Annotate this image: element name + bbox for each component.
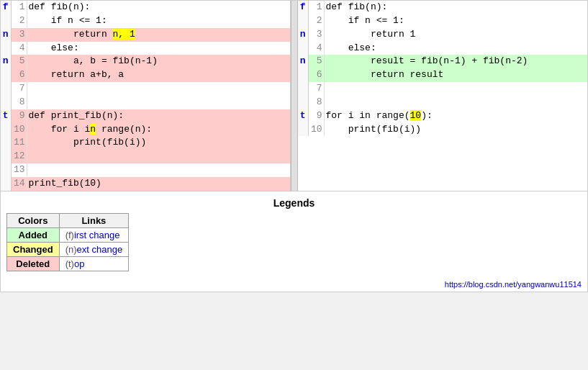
right-line-marker-6 bbox=[298, 82, 308, 96]
right-line-num-1: 2 bbox=[308, 14, 324, 28]
colors-header: Colors bbox=[7, 213, 60, 227]
left-line-num-11: 12 bbox=[11, 150, 27, 163]
right-line-marker-3 bbox=[298, 42, 308, 55]
links-header: Links bbox=[59, 213, 129, 227]
right-line-num-0: 1 bbox=[308, 1, 324, 14]
link-text-1[interactable]: ext change bbox=[77, 244, 123, 255]
legend-link-cell-1[interactable]: (n)ext change bbox=[59, 242, 129, 256]
left-line-code-7 bbox=[27, 96, 290, 109]
left-line-code-13: print_fib(10) bbox=[27, 177, 290, 191]
right-line-code-4: result = fib(n-1) + fib(n-2) bbox=[324, 55, 587, 68]
link-text-0[interactable]: irst change bbox=[74, 230, 120, 240]
left-line-code-10: print(fib(i)) bbox=[27, 136, 290, 150]
main-container: f1def fib(n):2 if n <= 1:n3 return n, 14… bbox=[0, 0, 588, 292]
link-marker-1: (n) bbox=[65, 244, 77, 255]
left-line-num-3: 4 bbox=[11, 42, 27, 55]
left-line-num-6: 7 bbox=[11, 82, 27, 96]
left-line-code-0: def fib(n): bbox=[27, 1, 290, 14]
left-line-marker-10 bbox=[1, 136, 11, 150]
link-text-2[interactable]: op bbox=[74, 258, 84, 269]
right-line-num-2: 3 bbox=[308, 28, 324, 42]
left-line-marker-4: n bbox=[1, 55, 11, 68]
left-line-code-5: return a+b, a bbox=[27, 68, 290, 82]
left-line-marker-0: f bbox=[1, 1, 11, 14]
left-line-marker-5 bbox=[1, 68, 11, 82]
left-line-marker-8: t bbox=[1, 109, 11, 123]
right-line-code-0: def fib(n): bbox=[324, 1, 587, 14]
left-panel: f1def fib(n):2 if n <= 1:n3 return n, 14… bbox=[1, 1, 291, 191]
left-line-marker-9 bbox=[1, 123, 11, 137]
left-line-code-11 bbox=[27, 150, 290, 163]
legend-link-cell-2[interactable]: (t)op bbox=[59, 256, 129, 271]
right-line-num-6: 7 bbox=[308, 82, 324, 96]
right-line-code-9: print(fib(i)) bbox=[324, 123, 587, 137]
left-line-code-3: else: bbox=[27, 42, 290, 55]
right-line-code-2: return 1 bbox=[324, 28, 587, 42]
right-code-table: f1def fib(n):2 if n <= 1:n3 return 14 el… bbox=[298, 1, 587, 136]
legends-table: Colors Links Added(f)irst changeChanged(… bbox=[6, 213, 129, 271]
diff-area: f1def fib(n):2 if n <= 1:n3 return n, 14… bbox=[1, 1, 587, 191]
right-line-code-7 bbox=[324, 96, 587, 109]
right-line-num-7: 8 bbox=[308, 96, 324, 109]
right-line-marker-0: f bbox=[298, 1, 308, 14]
right-line-code-3: else: bbox=[324, 42, 587, 55]
left-line-code-2: return n, 1 bbox=[27, 28, 290, 42]
right-line-num-5: 6 bbox=[308, 68, 324, 82]
left-line-num-1: 2 bbox=[11, 14, 27, 28]
left-line-num-2: 3 bbox=[11, 28, 27, 42]
legend-color-cell-0: Added bbox=[7, 227, 60, 242]
left-line-code-1: if n <= 1: bbox=[27, 14, 290, 28]
right-line-num-4: 5 bbox=[308, 55, 324, 68]
left-line-num-13: 14 bbox=[11, 177, 27, 191]
left-code-table: f1def fib(n):2 if n <= 1:n3 return n, 14… bbox=[1, 1, 290, 191]
legends-title: Legends bbox=[6, 197, 582, 209]
right-line-code-5: return result bbox=[324, 68, 587, 82]
legend-color-cell-2: Deleted bbox=[7, 256, 60, 271]
right-line-marker-4: n bbox=[298, 55, 308, 68]
right-line-num-3: 4 bbox=[308, 42, 324, 55]
right-line-marker-1 bbox=[298, 14, 308, 28]
left-line-marker-1 bbox=[1, 14, 11, 28]
left-line-num-0: 1 bbox=[11, 1, 27, 14]
left-line-code-12 bbox=[27, 163, 290, 177]
left-line-code-4: a, b = fib(n-1) bbox=[27, 55, 290, 68]
left-line-marker-13 bbox=[1, 177, 11, 191]
right-line-marker-5 bbox=[298, 68, 308, 82]
left-line-num-8: 9 bbox=[11, 109, 27, 123]
legend-color-cell-1: Changed bbox=[7, 242, 60, 256]
link-marker-2: (t) bbox=[65, 258, 74, 269]
left-line-num-9: 10 bbox=[11, 123, 27, 137]
left-line-marker-6 bbox=[1, 82, 11, 96]
link-marker-0: (f) bbox=[65, 230, 74, 240]
right-line-code-8: for i in range(10): bbox=[324, 109, 587, 123]
right-line-marker-7 bbox=[298, 96, 308, 109]
left-line-num-4: 5 bbox=[11, 55, 27, 68]
right-line-num-8: 9 bbox=[308, 109, 324, 123]
left-line-code-8: def print_fib(n): bbox=[27, 109, 290, 123]
left-line-num-10: 11 bbox=[11, 136, 27, 150]
legend-link-cell-0[interactable]: (f)irst change bbox=[59, 227, 129, 242]
left-line-marker-2: n bbox=[1, 28, 11, 42]
right-line-num-9: 10 bbox=[308, 123, 324, 137]
panel-separator bbox=[291, 1, 298, 191]
right-line-marker-8: t bbox=[298, 109, 308, 123]
left-line-num-5: 6 bbox=[11, 68, 27, 82]
legends-section: Legends Colors Links Added(f)irst change… bbox=[1, 191, 587, 277]
right-line-code-6 bbox=[324, 82, 587, 96]
left-line-marker-12 bbox=[1, 163, 11, 177]
left-line-num-7: 8 bbox=[11, 96, 27, 109]
watermark: https://blog.csdn.net/yangwanwu11514 bbox=[1, 277, 587, 292]
right-line-code-1: if n <= 1: bbox=[324, 14, 587, 28]
left-line-num-12: 13 bbox=[11, 163, 27, 177]
left-line-marker-3 bbox=[1, 42, 11, 55]
left-line-marker-7 bbox=[1, 96, 11, 109]
left-line-code-6 bbox=[27, 82, 290, 96]
left-line-code-9: for i in range(n): bbox=[27, 123, 290, 137]
right-panel: f1def fib(n):2 if n <= 1:n3 return 14 el… bbox=[298, 1, 587, 191]
left-line-marker-11 bbox=[1, 150, 11, 163]
right-line-marker-2: n bbox=[298, 28, 308, 42]
right-line-marker-9 bbox=[298, 123, 308, 137]
